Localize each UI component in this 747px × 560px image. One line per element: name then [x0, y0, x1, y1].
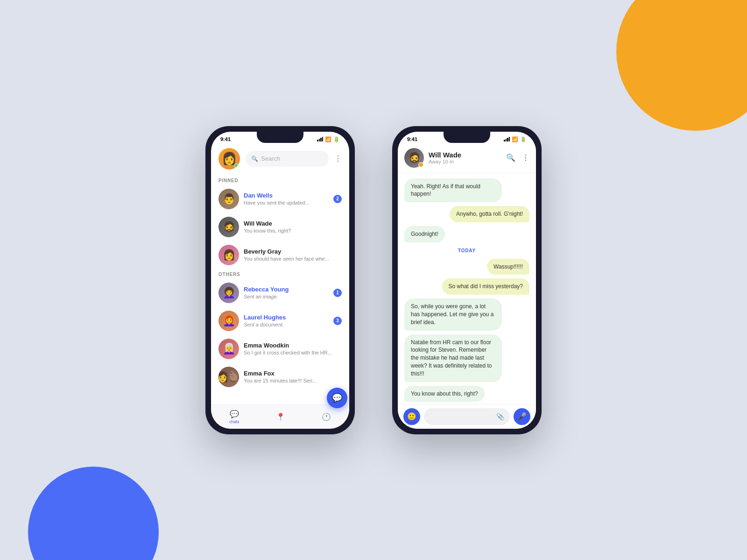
- more-detail-icon[interactable]: ⋮: [522, 153, 529, 162]
- contact-status: Away 10 m: [429, 159, 501, 164]
- chat-info-emma-w: Emma Woodkin So I got it cross checked w…: [244, 342, 342, 355]
- will-wade-avatar: 🧔: [404, 148, 424, 168]
- badge-rebecca: 1: [333, 289, 342, 297]
- chat-info-dan: Dan Wells Have you sent the updated...: [244, 192, 329, 206]
- nav-location[interactable]: 📍: [276, 412, 285, 421]
- contact-name: Will Wade: [429, 151, 501, 159]
- chat-preview-emma-f: You are 15 minutes late!!! Seri...: [244, 378, 342, 383]
- chat-info-emma-f: Emma Fox You are 15 minutes late!!! Seri…: [244, 370, 342, 383]
- chat-info-laurel: Laurel Hughes Sent a document.: [244, 314, 329, 327]
- signal-icon: [317, 137, 323, 142]
- search-detail-icon[interactable]: 🔍: [506, 153, 515, 162]
- signal-icon-2: [504, 137, 510, 142]
- nav-chats[interactable]: 💬 chats: [229, 410, 240, 424]
- phones-container: 9:41 📶 🔋: [205, 126, 542, 434]
- notch-2: [444, 132, 490, 143]
- compose-button[interactable]: 💬: [327, 388, 347, 408]
- will-wade-avatar-face: 🧔: [408, 152, 421, 164]
- wifi-icon: 📶: [325, 136, 331, 142]
- msg-9: You know about this, right?: [404, 386, 485, 402]
- chat-info-beverly: Beverly Gray You should have seen her fa…: [244, 248, 342, 262]
- chat-name-laurel: Laurel Hughes: [244, 314, 329, 321]
- location-nav-icon: 📍: [276, 412, 285, 421]
- msg-1: Yeah. Right! As if that would happen!: [404, 178, 502, 203]
- msg-8: Natalie from HR cam to our floor looking…: [404, 334, 502, 382]
- chat-preview-will: You know this, right?: [244, 228, 342, 234]
- input-bar: 🙂 📎 🎤: [398, 404, 536, 429]
- chats-nav-icon: 💬: [230, 410, 239, 418]
- voice-button[interactable]: 🎤: [514, 408, 530, 425]
- chat-list: Dan Wells Have you sent the updated... 2…: [211, 185, 349, 404]
- chat-item-laurel[interactable]: Laurel Hughes Sent a document. 3: [211, 307, 349, 335]
- avatar-will: [218, 217, 239, 237]
- chat-item-emma-w[interactable]: Emma Woodkin So I got it cross checked w…: [211, 335, 349, 363]
- status-time-1: 9:41: [220, 136, 231, 142]
- chat-list-header: 🔍 Search ⋮: [211, 144, 349, 175]
- chat-preview-dan: Have you sent the updated...: [244, 200, 329, 206]
- search-placeholder: Search: [261, 155, 280, 162]
- chat-name-beverly: Beverly Gray: [244, 248, 342, 255]
- bottom-nav: 💬 chats 📍 🕐: [211, 404, 349, 429]
- msg-5: Wassup!!!!!!: [487, 259, 529, 275]
- status-icons-2: 📶 🔋: [504, 136, 527, 142]
- avatar-rebecca: [218, 283, 239, 303]
- chat-detail-screen: 🧔 Will Wade Away 10 m 🔍 ⋮ Yeah. Right! A…: [398, 144, 536, 429]
- compose-icon: 💬: [332, 393, 342, 403]
- msg-6: So what did I miss yesterday?: [442, 278, 529, 295]
- badge-dan: 2: [333, 195, 342, 203]
- emoji-icon: 🙂: [407, 412, 416, 421]
- msg-2: Anywho, gotta roll. G'night!: [450, 206, 529, 222]
- search-icon: 🔍: [251, 156, 258, 162]
- chat-info-will: Will Wade You know this, right?: [244, 220, 342, 234]
- date-divider: TODAY: [404, 246, 529, 255]
- chat-item-emma-f[interactable]: Emma Fox You are 15 minutes late!!! Seri…: [211, 363, 349, 391]
- chat-info-rebecca: Rebecca Young Sent an image.: [244, 286, 329, 299]
- messages-area: Yeah. Right! As if that would happen! An…: [398, 173, 536, 404]
- msg-3: Goodnight!: [404, 226, 445, 242]
- avatar-dan: [218, 189, 239, 209]
- chats-nav-label: chats: [229, 419, 240, 424]
- orange-blob: [616, 0, 747, 131]
- notch: [257, 132, 303, 143]
- blue-blob: [28, 467, 159, 560]
- battery-icon: 🔋: [333, 136, 340, 142]
- chat-preview-emma-w: So I got it cross checked with the HR...: [244, 350, 342, 355]
- contact-name-status: Will Wade Away 10 m: [429, 151, 501, 164]
- search-bar[interactable]: 🔍 Search: [246, 151, 329, 167]
- chat-name-emma-w: Emma Woodkin: [244, 342, 342, 349]
- message-input[interactable]: 📎: [424, 408, 510, 425]
- pinned-label: PINNED: [211, 175, 349, 185]
- chat-item-rebecca[interactable]: Rebecca Young Sent an image. 1: [211, 279, 349, 307]
- chat-preview-beverly: You should have seen her face whe...: [244, 256, 342, 262]
- detail-actions: 🔍 ⋮: [506, 153, 529, 162]
- status-time-2: 9:41: [407, 136, 417, 142]
- detail-header: 🧔 Will Wade Away 10 m 🔍 ⋮: [398, 144, 536, 173]
- history-nav-icon: 🕐: [322, 412, 331, 421]
- chat-name-will: Will Wade: [244, 220, 342, 227]
- battery-icon-2: 🔋: [520, 136, 527, 142]
- chat-list-screen: 🔍 Search ⋮ PINNED Dan Wells: [211, 144, 349, 429]
- microphone-icon: 🎤: [517, 412, 527, 421]
- chat-preview-laurel: Sent a document.: [244, 322, 329, 327]
- chat-preview-rebecca: Sent an image.: [244, 294, 329, 299]
- phone-chat-detail: 9:41 📶 🔋 🧔: [392, 126, 542, 434]
- attachment-icon[interactable]: 📎: [496, 413, 504, 420]
- chat-name-emma-f: Emma Fox: [244, 370, 342, 377]
- chat-item-dan[interactable]: Dan Wells Have you sent the updated... 2: [211, 185, 349, 213]
- badge-laurel: 3: [333, 317, 342, 325]
- current-user-avatar[interactable]: [218, 148, 240, 170]
- emoji-button[interactable]: 🙂: [403, 408, 420, 425]
- msg-7: So, while you were gone, a lot has happe…: [404, 298, 502, 330]
- chat-name-dan: Dan Wells: [244, 192, 329, 199]
- phone-chat-list: 9:41 📶 🔋: [205, 126, 355, 434]
- chat-item-beverly[interactable]: Beverly Gray You should have seen her fa…: [211, 241, 349, 269]
- avatar-emma-woodkin: [218, 339, 239, 359]
- nav-history[interactable]: 🕐: [322, 412, 331, 421]
- chat-item-will[interactable]: Will Wade You know this, right?: [211, 213, 349, 241]
- avatar-laurel: [218, 311, 239, 331]
- others-label: OTHERS: [211, 269, 349, 279]
- more-options-icon[interactable]: ⋮: [334, 154, 342, 163]
- avatar-emma-fox: [218, 367, 239, 387]
- wifi-icon-2: 📶: [512, 136, 518, 142]
- chat-name-rebecca: Rebecca Young: [244, 286, 329, 293]
